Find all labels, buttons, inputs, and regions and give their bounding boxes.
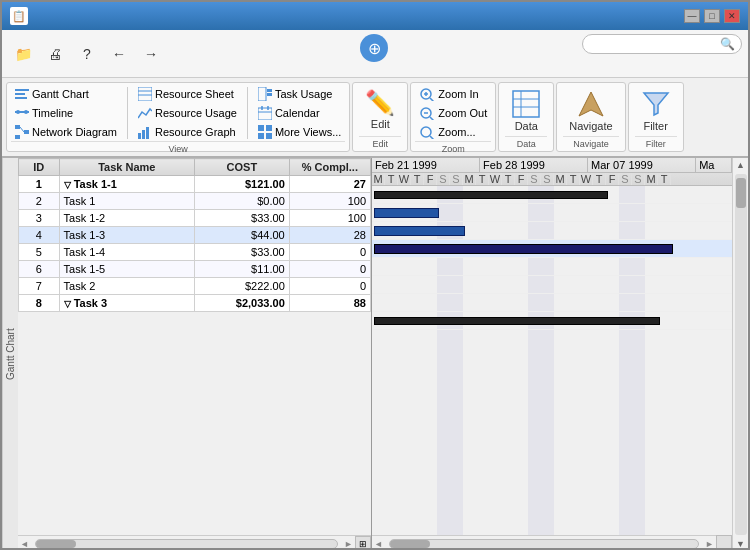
back-button[interactable]: ← [104, 34, 134, 73]
resource-graph-view[interactable]: Resource Graph [134, 123, 241, 141]
zoom-group: Zoom In Zoom Out Zoom... Zoom [410, 82, 496, 152]
svg-rect-19 [258, 108, 272, 120]
view-col2: Resource Sheet Resource Usage Resource G… [134, 85, 241, 141]
task-usage-view[interactable]: Task Usage [254, 85, 345, 103]
gantt-bar [374, 244, 673, 254]
data-group: Data Data [498, 82, 554, 152]
table-row[interactable]: 6 Task 1-5$11.000 [19, 261, 371, 278]
svg-rect-24 [266, 125, 272, 131]
edit-group-label: Edit [359, 136, 401, 149]
zoom-button[interactable]: Zoom... [415, 123, 491, 141]
scroll-corner: ⊞ [355, 536, 371, 551]
vscroll-up[interactable]: ▲ [734, 158, 747, 172]
week-1: Feb 21 1999 [372, 158, 480, 172]
table-row[interactable]: 3 Task 1-2$33.00100 [19, 210, 371, 227]
zoom-in-button[interactable]: Zoom In [415, 85, 491, 103]
maximize-button[interactable]: □ [704, 9, 720, 23]
task-usage-icon [258, 87, 272, 101]
day-m2: M [463, 173, 476, 185]
day-w1: W [398, 173, 411, 185]
vscroll[interactable]: ▲ ▼ [732, 158, 748, 550]
gantt-row [372, 186, 732, 204]
title-bar: 📋 — □ ✕ [2, 2, 748, 30]
task-usage-label: Task Usage [275, 88, 332, 100]
minimize-button[interactable]: — [684, 9, 700, 23]
resource-sheet-icon [138, 87, 152, 101]
ribbon: Gantt Chart Timeline Network Diagram Res… [2, 78, 748, 158]
svg-line-9 [20, 127, 24, 132]
cell-name: Task 1-5 [59, 261, 194, 278]
svg-rect-1 [15, 93, 25, 95]
more-views-view[interactable]: More Views... [254, 123, 345, 141]
task-hscroll[interactable]: ◄ ► ⊞ [18, 535, 371, 550]
search-input[interactable] [589, 39, 720, 50]
forward-button[interactable]: → [136, 34, 166, 73]
resource-usage-view[interactable]: Resource Usage [134, 104, 241, 122]
cell-pct: 100 [289, 210, 370, 227]
day-s2: S [450, 173, 463, 185]
network-diagram-label: Network Diagram [32, 126, 117, 138]
table-row[interactable]: 5 Task 1-4$33.000 [19, 244, 371, 261]
close-button[interactable]: ✕ [724, 9, 740, 23]
more-views-icon [258, 125, 272, 139]
svg-rect-7 [24, 130, 29, 134]
edit-group: ✏️ Edit Edit [352, 82, 408, 152]
cell-name: ▽ Task 1-1 [59, 176, 194, 193]
edit-button[interactable]: ✏️ Edit [359, 85, 401, 134]
vscroll-thumb[interactable] [736, 178, 746, 208]
day-s5: S [619, 173, 632, 185]
back-icon: ← [109, 44, 129, 64]
week-4: Ma [696, 158, 732, 172]
print-button[interactable]: 🖨 [40, 34, 70, 73]
cell-name: ▽ Task 3 [59, 295, 194, 312]
svg-rect-16 [258, 87, 266, 101]
view-group-label: View [11, 141, 345, 154]
svg-line-33 [430, 117, 434, 120]
gantt-row [372, 258, 732, 276]
table-row[interactable]: 7 Task 2$222.000 [19, 278, 371, 295]
zoom-group-label: Zoom [415, 141, 491, 154]
network-diagram-view[interactable]: Network Diagram [11, 123, 121, 141]
cell-cost: $33.00 [194, 244, 289, 261]
svg-rect-13 [138, 133, 141, 139]
vscroll-down[interactable]: ▼ [734, 537, 747, 550]
cell-name: Task 1 [59, 193, 194, 210]
table-row[interactable]: 1▽ Task 1-1$121.0027 [19, 176, 371, 193]
table-row[interactable]: 2 Task 1$0.00100 [19, 193, 371, 210]
gantt-chart-view[interactable]: Gantt Chart [11, 85, 121, 103]
table-row[interactable]: 8▽ Task 3$2,033.0088 [19, 295, 371, 312]
day-m1: M [372, 173, 385, 185]
day-t3: T [476, 173, 489, 185]
edit-label: Edit [371, 118, 390, 130]
search-box[interactable]: 🔍 [582, 34, 742, 54]
help-button[interactable]: ? [72, 34, 102, 73]
svg-line-35 [430, 136, 434, 139]
data-button[interactable]: Data [505, 85, 547, 136]
help-icon: ? [77, 44, 97, 64]
hscroll-thumb[interactable] [36, 540, 76, 548]
gantt-bar [374, 226, 465, 236]
navigate-group: Navigate Navigate [556, 82, 625, 152]
cell-pct: 0 [289, 244, 370, 261]
svg-rect-15 [146, 127, 149, 139]
calendar-view[interactable]: Calendar [254, 104, 345, 122]
navigate-button[interactable]: Navigate [563, 85, 618, 136]
gantt-scroll-thumb[interactable] [390, 540, 430, 548]
gantt-hscroll[interactable]: ◄ ► [372, 535, 716, 550]
vscroll-track[interactable] [735, 174, 747, 535]
timeline-view[interactable]: Timeline [11, 104, 121, 122]
resource-sheet-view[interactable]: Resource Sheet [134, 85, 241, 103]
folder-button[interactable]: 📁 [8, 34, 38, 73]
gantt-scroll-track[interactable] [389, 539, 699, 549]
cell-cost: $0.00 [194, 193, 289, 210]
gantt-body [372, 186, 732, 535]
cell-id: 1 [19, 176, 60, 193]
cell-cost: $11.00 [194, 261, 289, 278]
zoom-out-button[interactable]: Zoom Out [415, 104, 491, 122]
table-row[interactable]: 4 Task 1-3$44.0028 [19, 227, 371, 244]
filter-button[interactable]: Filter [635, 85, 677, 136]
day-t5: T [567, 173, 580, 185]
hscroll-track[interactable] [35, 539, 338, 549]
filter-icon [641, 89, 671, 119]
quick-access-toolbar: 📁 🖨 ? ← → ⊕ 🔍 [2, 30, 748, 78]
